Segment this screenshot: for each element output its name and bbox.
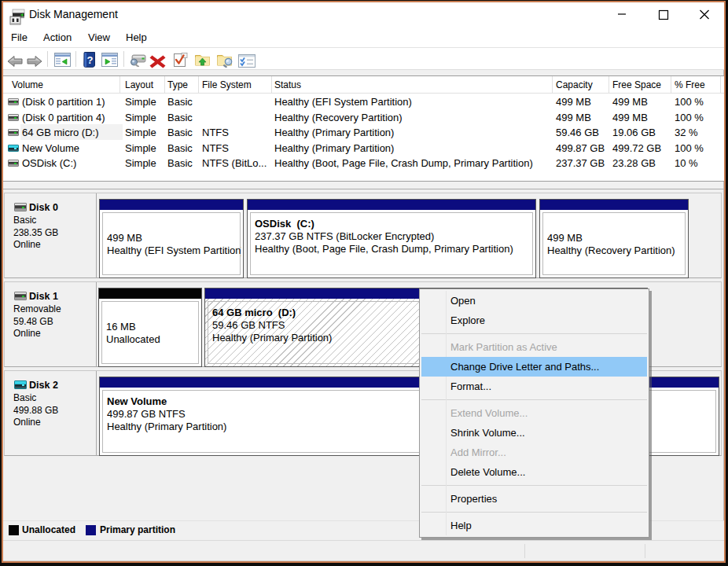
svg-text:?: ? — [87, 54, 94, 66]
